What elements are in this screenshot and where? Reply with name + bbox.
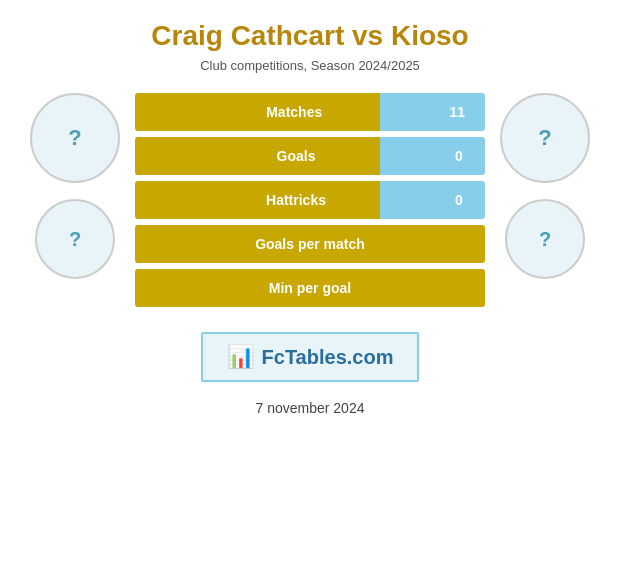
- stat-label-matches: Matches: [147, 104, 441, 120]
- stat-bar-matches: Matches 11: [135, 93, 485, 131]
- stat-row-matches: Matches 11: [135, 93, 485, 131]
- stat-value-goals: 0: [445, 146, 473, 166]
- page-wrapper: Craig Cathcart vs Kioso Club competition…: [0, 0, 620, 580]
- stat-bar-min-per-goal: Min per goal: [135, 269, 485, 307]
- player1-avatar-top: ?: [30, 93, 120, 183]
- stats-column: Matches 11 Goals 0 Hattricks 0 Goals per: [130, 93, 490, 307]
- stat-label-hattricks: Hattricks: [147, 192, 445, 208]
- logo-icon: 📊: [227, 344, 254, 370]
- stat-value-matches: 11: [441, 102, 473, 122]
- player1-avatar-icon: ?: [68, 125, 81, 151]
- stat-row-goals: Goals 0: [135, 137, 485, 175]
- page-title: Craig Cathcart vs Kioso: [151, 20, 468, 52]
- stat-label-min-per-goal: Min per goal: [135, 280, 485, 296]
- logo-text: FcTables.com: [262, 346, 394, 369]
- comparison-area: ? ? Matches 11 Goals 0: [10, 93, 610, 307]
- stat-label-goals: Goals: [147, 148, 445, 164]
- player2-avatar-bottom: ?: [505, 199, 585, 279]
- logo-box: 📊 FcTables.com: [201, 332, 420, 382]
- stat-row-hattricks: Hattricks 0: [135, 181, 485, 219]
- stat-label-goals-per-match: Goals per match: [135, 236, 485, 252]
- stat-row-min-per-goal: Min per goal: [135, 269, 485, 307]
- stat-value-hattricks: 0: [445, 190, 473, 210]
- player2-column: ? ?: [490, 93, 600, 279]
- stat-bar-hattricks: Hattricks 0: [135, 181, 485, 219]
- player1-column: ? ?: [20, 93, 130, 279]
- stat-bar-goals: Goals 0: [135, 137, 485, 175]
- player2-avatar-icon: ?: [538, 125, 551, 151]
- stat-bar-goals-per-match: Goals per match: [135, 225, 485, 263]
- stat-row-goals-per-match: Goals per match: [135, 225, 485, 263]
- player2-avatar-icon-2: ?: [539, 228, 551, 251]
- date-label: 7 november 2024: [256, 400, 365, 416]
- player2-avatar-top: ?: [500, 93, 590, 183]
- logo-area: 📊 FcTables.com: [201, 332, 420, 382]
- player1-avatar-bottom: ?: [35, 199, 115, 279]
- page-subtitle: Club competitions, Season 2024/2025: [200, 58, 420, 73]
- player1-avatar-icon-2: ?: [69, 228, 81, 251]
